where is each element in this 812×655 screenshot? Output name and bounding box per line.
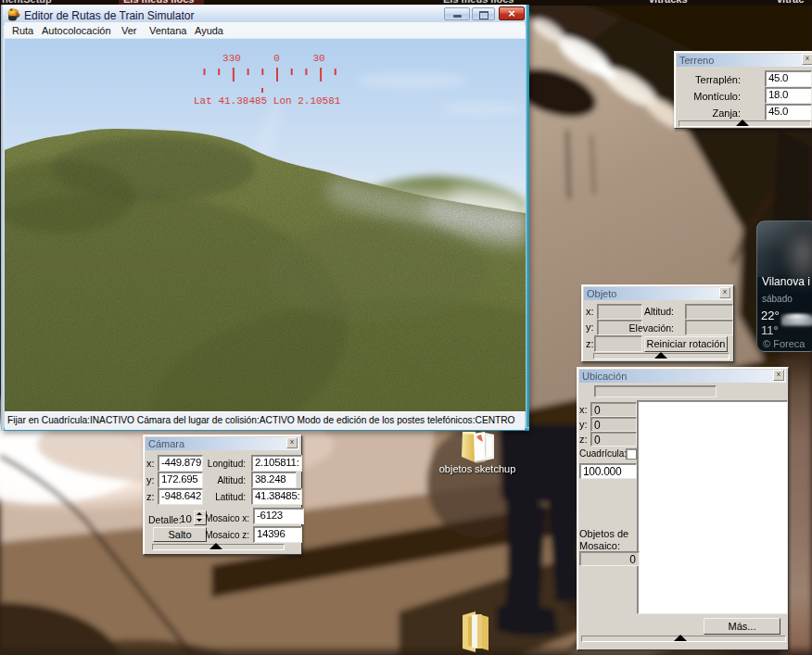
svg-text:Lat 41.38485 Lon 2.10581: Lat 41.38485 Lon 2.10581 bbox=[194, 95, 341, 107]
svg-text:0: 0 bbox=[273, 53, 280, 64]
svg-text:30: 30 bbox=[312, 53, 324, 64]
svg-text:330: 330 bbox=[222, 53, 241, 64]
